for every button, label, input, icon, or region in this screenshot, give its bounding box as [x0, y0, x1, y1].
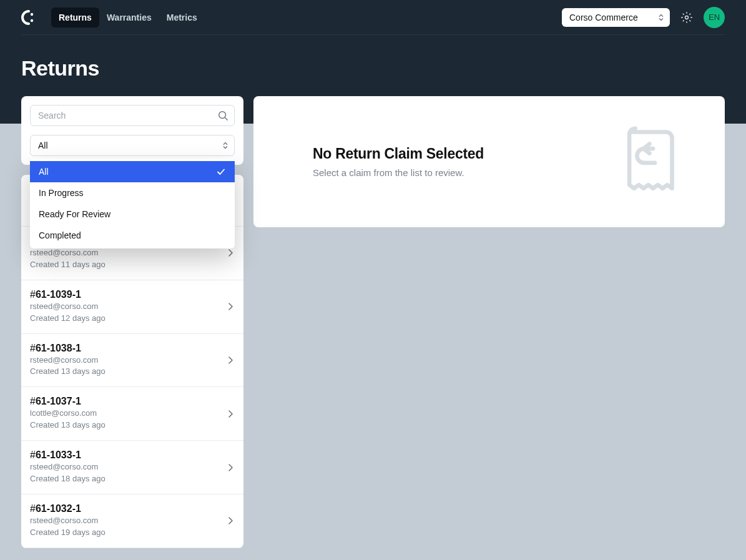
claim-id: #61-1038-1 — [30, 343, 235, 354]
empty-state-title: No Return Claim Selected — [313, 145, 484, 162]
list-item[interactable]: #61-1039-1 rsteed@corso.com Created 12 d… — [21, 280, 243, 334]
filter-option-label: In Progress — [39, 188, 84, 198]
empty-state-subtitle: Select a claim from the list to review. — [313, 167, 484, 178]
claim-created: Created 13 days ago — [30, 420, 235, 431]
filter-option-label: All — [39, 167, 49, 177]
corso-logo-icon[interactable] — [21, 10, 36, 25]
chevron-right-icon — [226, 302, 235, 311]
svg-point-1 — [31, 19, 33, 21]
claim-created: Created 18 days ago — [30, 474, 235, 484]
status-filter-dropdown: All In Progress Ready For Review Complet… — [30, 159, 235, 248]
status-filter-select[interactable]: All — [30, 135, 235, 156]
check-icon — [216, 167, 226, 177]
filter-option-label: Ready For Review — [39, 209, 110, 219]
svg-point-3 — [219, 112, 226, 119]
filters-panel: All All In Progress Ready For Review — [21, 96, 243, 165]
claim-email: rsteed@corso.com — [30, 302, 235, 312]
claim-id: #61-1037-1 — [30, 396, 235, 407]
status-filter-value: All — [38, 140, 48, 150]
nav-warranties[interactable]: Warranties — [99, 7, 159, 27]
claim-email: lcottle@corso.com — [30, 408, 235, 419]
chevron-updown-icon — [657, 12, 665, 22]
claim-id: #61-1033-1 — [30, 449, 235, 461]
chevron-right-icon — [226, 248, 235, 257]
svg-point-2 — [685, 16, 689, 19]
claim-email: rsteed@corso.com — [30, 248, 235, 258]
nav-returns[interactable]: Returns — [51, 7, 99, 27]
claim-email: rsteed@corso.com — [30, 516, 235, 526]
list-item[interactable]: #61-1037-1 lcottle@corso.com Created 13 … — [21, 387, 243, 441]
claim-id: #61-1032-1 — [30, 503, 235, 514]
main-nav: Returns Warranties Metrics — [51, 7, 205, 27]
chevron-right-icon — [226, 463, 235, 472]
filter-option-in-progress[interactable]: In Progress — [30, 182, 235, 204]
empty-state-panel: No Return Claim Selected Select a claim … — [253, 96, 725, 227]
filter-option-ready[interactable]: Ready For Review — [30, 204, 235, 225]
search-input[interactable] — [30, 105, 235, 126]
search-icon — [217, 110, 228, 121]
claim-email: rsteed@corso.com — [30, 462, 235, 473]
list-item[interactable]: #61-1038-1 rsteed@corso.com Created 13 d… — [21, 334, 243, 388]
filter-option-all[interactable]: All — [30, 161, 235, 182]
page-title: Returns — [21, 56, 725, 81]
claim-email: rsteed@corso.com — [30, 355, 235, 366]
chevron-right-icon — [226, 356, 235, 365]
nav-metrics[interactable]: Metrics — [159, 7, 205, 27]
claim-created: Created 13 days ago — [30, 366, 235, 377]
gear-icon — [680, 11, 693, 24]
claim-created: Created 19 days ago — [30, 528, 235, 538]
chevron-updown-icon — [222, 140, 229, 150]
claim-id: #61-1039-1 — [30, 289, 235, 300]
list-item[interactable]: #61-1033-1 rsteed@corso.com Created 18 d… — [21, 441, 243, 494]
claim-created: Created 11 days ago — [30, 260, 235, 270]
claim-created: Created 12 days ago — [30, 313, 235, 324]
user-avatar[interactable]: EN — [704, 7, 725, 28]
receipt-return-icon — [619, 126, 678, 197]
org-selector[interactable]: Corso Commerce — [562, 8, 670, 27]
org-selector-label: Corso Commerce — [569, 12, 638, 22]
settings-button[interactable] — [679, 9, 695, 26]
svg-point-0 — [31, 12, 33, 15]
chevron-right-icon — [226, 516, 235, 525]
filter-option-label: Completed — [39, 230, 81, 240]
filter-option-completed[interactable]: Completed — [30, 225, 235, 246]
topbar: Returns Warranties Metrics Corso Commerc… — [21, 0, 725, 35]
list-item[interactable]: #61-1032-1 rsteed@corso.com Created 19 d… — [21, 494, 243, 548]
chevron-right-icon — [226, 410, 235, 418]
